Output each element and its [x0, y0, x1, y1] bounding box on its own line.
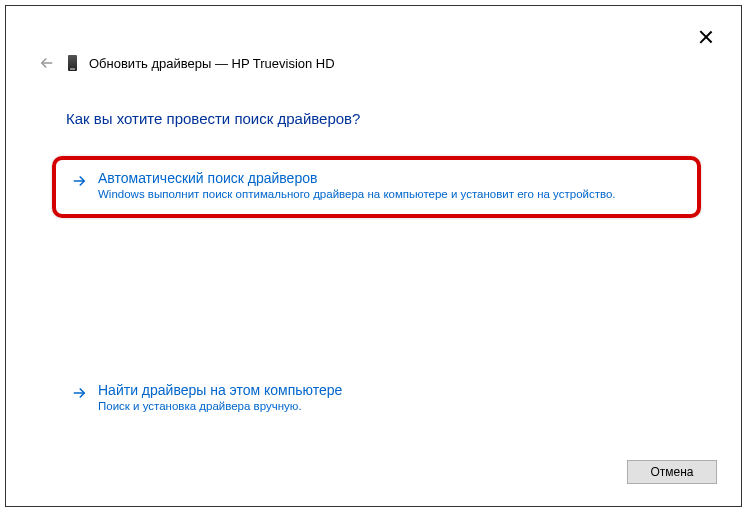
- option-auto-search[interactable]: Автоматический поиск драйверов Windows в…: [66, 164, 687, 206]
- dialog-window: Обновить драйверы — HP Truevision HD Как…: [5, 5, 742, 507]
- back-arrow-icon[interactable]: [38, 54, 56, 72]
- arrow-right-icon: [70, 172, 88, 190]
- device-icon: [68, 55, 77, 71]
- option-auto-title: Автоматический поиск драйверов: [98, 170, 616, 186]
- option-manual-title: Найти драйверы на этом компьютере: [98, 382, 342, 398]
- dialog-title: Обновить драйверы — HP Truevision HD: [89, 56, 335, 71]
- arrow-right-icon: [70, 384, 88, 402]
- close-icon[interactable]: [699, 30, 713, 44]
- question-heading: Как вы хотите провести поиск драйверов?: [66, 110, 360, 127]
- option-manual-search[interactable]: Найти драйверы на этом компьютере Поиск …: [66, 376, 687, 418]
- option-manual-desc: Поиск и установка драйвера вручную.: [98, 400, 342, 412]
- cancel-button[interactable]: Отмена: [627, 460, 717, 484]
- option-auto-desc: Windows выполнит поиск оптимального драй…: [98, 188, 616, 200]
- dialog-header: Обновить драйверы — HP Truevision HD: [38, 54, 335, 72]
